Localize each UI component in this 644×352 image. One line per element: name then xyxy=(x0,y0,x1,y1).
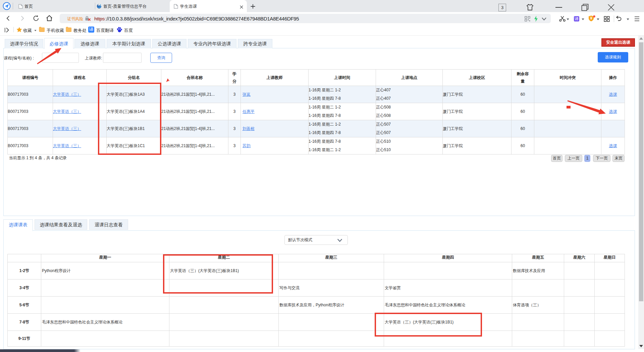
svg-text:¥: ¥ xyxy=(590,16,592,20)
